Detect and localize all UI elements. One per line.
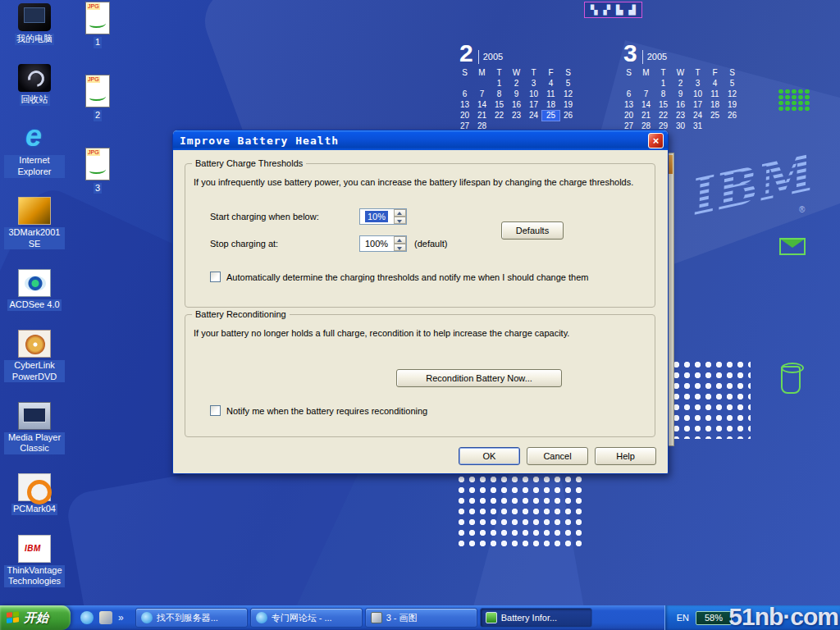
thresholds-group-title: Battery Charge Thresholds <box>192 158 306 168</box>
start-label: 开始 <box>24 610 48 626</box>
auto-determine-label: Automatically determine the charging thr… <box>226 272 588 282</box>
desktop-icon-mpc[interactable]: Media Player Classic <box>3 402 66 455</box>
envelope-icon <box>779 238 806 255</box>
desktop-icon-pcmark04[interactable]: PCMark04 <box>3 473 66 515</box>
battery-cylinder-icon <box>781 366 801 394</box>
calendar-day-header: T <box>525 68 542 78</box>
close-button[interactable]: × <box>648 133 664 148</box>
calendar-date: 21 <box>473 111 491 121</box>
keyboard-icon <box>778 89 810 112</box>
pcmark04-icon <box>18 473 51 501</box>
start-threshold-spinbox[interactable]: 10% <box>359 208 407 225</box>
paint-icon <box>371 612 382 623</box>
language-indicator[interactable]: EN <box>677 613 689 623</box>
taskbar-button[interactable]: 3 - 画图 <box>365 608 477 628</box>
start-charging-label: Start charging when below: <box>210 212 359 221</box>
quick-launch: » <box>71 611 130 624</box>
calendar-date: 19 <box>724 100 741 110</box>
auto-determine-checkbox-row[interactable]: Automatically determine the charging thr… <box>210 272 588 282</box>
stop-charging-row: Stop charging at: 100% (default) <box>210 235 447 252</box>
calendar-date: 8 <box>491 89 508 99</box>
desktop-file-3[interactable]: JPG 3 <box>74 148 121 194</box>
calendar-date: 2 <box>508 79 525 89</box>
calendar-day-header: S <box>620 68 637 78</box>
taskbar-button[interactable]: 专门网论坛 - ... <box>250 608 363 628</box>
3dmark2001-icon <box>18 197 51 225</box>
calendar-date: 6 <box>456 89 473 99</box>
help-button[interactable]: Help <box>595 447 656 465</box>
calendar-date: 3 <box>525 79 542 89</box>
taskbar-button-label: 3 - 画图 <box>386 612 418 624</box>
dialog-titlebar[interactable]: Improve Battery Health × <box>173 130 668 150</box>
calendar-date: 1 <box>491 79 508 89</box>
calendar-date <box>637 79 655 89</box>
taskbar-button[interactable]: Battery Infor... <box>480 608 592 628</box>
desktop-icon-my-computer[interactable]: 我的电脑 <box>3 3 66 45</box>
calendar-date: 5 <box>724 79 741 89</box>
calendar-day-header: F <box>706 68 724 78</box>
dot-pattern <box>671 359 751 439</box>
start-charging-row: Start charging when below: 10% <box>210 208 407 225</box>
desktop-icon-label: 回收站 <box>20 94 50 106</box>
show-desktop-icon[interactable] <box>99 611 112 624</box>
notify-reconditioning-checkbox-row[interactable]: Notify me when the battery requires reco… <box>210 405 427 416</box>
spin-down-button[interactable] <box>394 217 406 224</box>
desktop-icon-thinkvantage[interactable]: ThinkVantage Technologies <box>3 535 66 588</box>
calendar-date: 4 <box>706 79 724 89</box>
calendar-month: 2 <box>459 43 473 64</box>
calendar-date: 26 <box>559 111 577 121</box>
toolbar-icon-4[interactable]: ▟ <box>628 5 635 16</box>
taskbar-button[interactable]: 找不到服务器... <box>135 608 248 628</box>
quick-launch-chevron-icon[interactable]: » <box>118 612 124 623</box>
spin-up-button[interactable] <box>394 209 406 217</box>
recycle-bin-icon <box>18 64 51 92</box>
taskbar-button-label: 专门网论坛 - ... <box>272 612 332 624</box>
calendar-day-header: T <box>655 68 672 78</box>
toolbar-icon-2[interactable]: ▞ <box>603 5 609 16</box>
desktop-files: JPG 1 JPG 2 JPG 3 <box>74 2 121 194</box>
dialog-buttons: OK Cancel Help <box>173 447 668 465</box>
toolbar-icon-1[interactable]: ▚ <box>591 5 597 16</box>
spin-up-button[interactable] <box>394 236 406 244</box>
calendar-day-header: T <box>689 68 706 78</box>
calendar-date: 22 <box>491 111 508 121</box>
desktop-icon-acdsee[interactable]: ACDSee 4.0 <box>3 269 66 311</box>
stop-threshold-spinbox[interactable]: 100% <box>359 235 407 252</box>
toolbar-icon-3[interactable]: ▙ <box>616 5 623 16</box>
desktop-icon-3dmark2001[interactable]: 3DMark2001 SE <box>3 197 66 250</box>
calendar-date: 1 <box>655 79 672 89</box>
calendar-date: 12 <box>724 89 741 99</box>
recondition-battery-button[interactable]: Recondition Battery Now... <box>396 369 562 387</box>
calendar-date: 12 <box>559 89 577 99</box>
auto-determine-checkbox[interactable] <box>210 272 221 282</box>
battery-percent: 58% <box>705 613 723 623</box>
battery-tray-indicator[interactable]: 58% <box>696 611 732 625</box>
start-threshold-value: 10% <box>365 211 388 222</box>
internet-explorer-quicklaunch-icon[interactable] <box>80 611 94 624</box>
calendar-date: 18 <box>542 100 559 110</box>
battery-charge-thresholds-group: Battery Charge Thresholds If you infrequ… <box>185 163 655 308</box>
cancel-button[interactable]: Cancel <box>527 447 588 465</box>
calendar-date: 13 <box>456 100 473 110</box>
defaults-button[interactable]: Defaults <box>501 221 564 240</box>
calendar-date: 30 <box>672 121 689 131</box>
calendar-date <box>456 79 473 89</box>
desktop-icon-label: PCMark04 <box>11 504 57 515</box>
calendar-february: 2 2005SMTWTFS123456789101112131415161718… <box>456 43 581 131</box>
desktop-icon-label: Media Player Classic <box>4 432 65 455</box>
notify-reconditioning-checkbox[interactable] <box>210 405 221 416</box>
spin-down-button[interactable] <box>394 244 406 251</box>
desktop-icon-label: 3 <box>94 183 102 194</box>
calendar-date: 14 <box>637 100 655 110</box>
desktop-icon-recycle-bin[interactable]: 回收站 <box>3 64 66 106</box>
ok-button[interactable]: OK <box>459 447 520 465</box>
desktop-icon-powerdvd[interactable]: CyberLink PowerDVD <box>3 330 66 383</box>
start-button[interactable]: 开始 <box>0 605 71 630</box>
calendar-date: 15 <box>491 100 508 110</box>
desktop-file-2[interactable]: JPG 2 <box>74 75 121 121</box>
ibm-registered-mark: ® <box>799 205 805 214</box>
calendar-march: 3 2005SMTWTFS123456789101112131415161718… <box>620 43 745 131</box>
calendar-year: 2005 <box>478 50 503 64</box>
desktop-icon-internet-explorer[interactable]: Internet Explorer <box>3 125 66 178</box>
desktop-file-1[interactable]: JPG 1 <box>74 2 121 48</box>
